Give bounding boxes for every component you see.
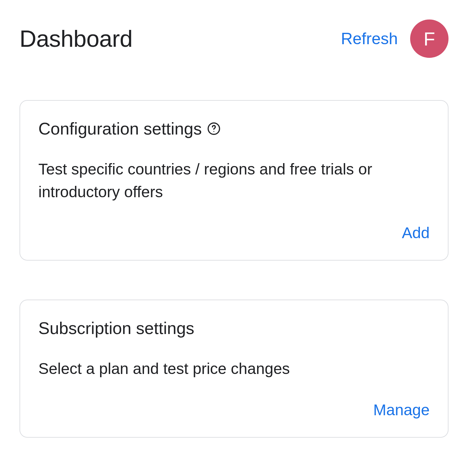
- subscription-settings-card: Subscription settings Select a plan and …: [20, 300, 448, 438]
- configuration-settings-title: Configuration settings: [38, 119, 202, 138]
- configuration-settings-card: Configuration settings Test specific cou…: [20, 100, 448, 261]
- page-title: Dashboard: [20, 25, 133, 52]
- configuration-settings-description: Test specific countries / regions and fr…: [38, 158, 430, 203]
- card-title-row: Subscription settings: [38, 318, 430, 338]
- subscription-settings-description: Select a plan and test price changes: [38, 357, 430, 380]
- svg-point-1: [214, 131, 214, 132]
- header: Dashboard Refresh F: [20, 19, 448, 58]
- card-action-row: Manage: [38, 398, 430, 421]
- add-button[interactable]: Add: [402, 221, 430, 244]
- card-title-row: Configuration settings: [38, 119, 430, 138]
- manage-button[interactable]: Manage: [373, 398, 430, 421]
- header-right: Refresh F: [341, 19, 448, 58]
- card-action-row: Add: [38, 221, 430, 244]
- avatar[interactable]: F: [410, 19, 448, 58]
- subscription-settings-title: Subscription settings: [38, 318, 194, 338]
- help-icon[interactable]: [207, 122, 221, 135]
- refresh-button[interactable]: Refresh: [341, 29, 398, 48]
- avatar-initial: F: [423, 28, 435, 50]
